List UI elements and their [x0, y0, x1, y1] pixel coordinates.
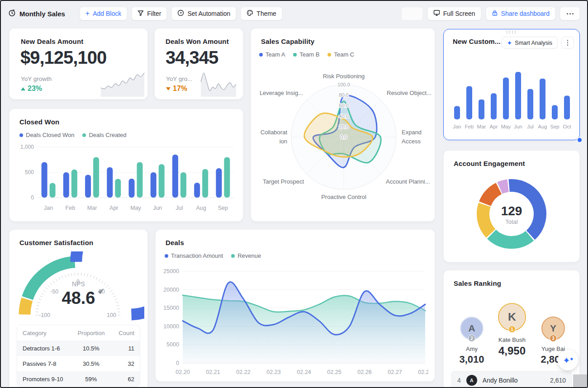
svg-text:02.24: 02.24 [297, 369, 311, 375]
card-deals-won[interactable]: Deals Won Amount 34,345 YoY gro... 17% [154, 28, 243, 99]
svg-text:80.0: 80.0 [339, 92, 348, 98]
clock-icon [8, 9, 16, 19]
bar [129, 179, 135, 198]
card-sales-capability[interactable]: Sales Capability Team ATeam BTeam C 0.02… [251, 28, 435, 222]
trend-down-icon [166, 87, 171, 90]
table-row[interactable]: Detractors 1-610.5%11 [17, 341, 140, 356]
svg-text:100: 100 [107, 312, 116, 318]
svg-text:Leverage Insig...: Leverage Insig... [260, 90, 303, 96]
bar [552, 105, 558, 120]
drag-handle-icon[interactable] [507, 31, 517, 33]
set-automation-button[interactable]: Set Automation [171, 7, 236, 20]
bar [194, 183, 200, 198]
svg-text:02.20: 02.20 [175, 369, 190, 375]
card-account-engagement[interactable]: Account Engagement 129 Total [443, 150, 580, 262]
bar [151, 172, 156, 198]
svg-text:-100: -100 [39, 312, 50, 318]
svg-text:Jul: Jul [527, 124, 534, 129]
donut-total-label: Total [444, 218, 579, 225]
ranking-list-row[interactable]: 4 A Andy Bonillo 2,610 [451, 371, 572, 388]
kpi-delta: 23% [21, 85, 42, 93]
svg-text:May: May [501, 124, 511, 129]
bar [202, 169, 208, 198]
bar [50, 183, 56, 198]
svg-text:Collaborat: Collaborat [261, 129, 288, 136]
svg-text:Mar: Mar [87, 205, 97, 211]
legend-dot [231, 254, 235, 258]
kpi-value: 34,345 [166, 47, 218, 68]
dashboard-title: Monthly Sales [19, 10, 65, 18]
svg-text:Oct: Oct [563, 124, 572, 129]
toolbar-blank-button[interactable] [401, 7, 423, 20]
card-menu-button[interactable] [561, 37, 574, 49]
svg-text:02.28: 02.28 [418, 369, 428, 375]
legend-dot [82, 133, 86, 137]
legend-item[interactable]: Deals Closed Won [19, 132, 74, 138]
svg-text:40.0: 40.0 [339, 114, 348, 119]
bar [71, 170, 77, 198]
svg-text:500: 500 [25, 169, 34, 175]
card-title: New Custom... [453, 38, 501, 45]
card-new-customers[interactable]: New Custom... ✦ Smart Analysis JanFebMar… [443, 29, 580, 140]
theme-button[interactable]: Theme [241, 7, 282, 20]
bar [491, 93, 497, 119]
svg-text:0: 0 [31, 194, 34, 201]
ranking-person[interactable]: K 1 Kate Bush 4,950 [492, 303, 532, 357]
scroll-corner [573, 374, 588, 388]
svg-text:15000: 15000 [163, 305, 179, 311]
card-title: Deals [166, 239, 184, 246]
legend-item[interactable]: Transaction Amount [165, 252, 223, 259]
card-closed-won[interactable]: Closed Won Deals Closed WonDeals Created… [9, 109, 243, 222]
table-row[interactable]: Passives 7-830.5%32 [17, 356, 140, 371]
filter-icon [138, 10, 144, 18]
card-new-deals[interactable]: New Deals Amount $9,125,100 YoY growth 2… [9, 28, 148, 99]
gauge-value: 48.6 [9, 289, 147, 308]
svg-text:5000: 5000 [166, 341, 179, 348]
card-deals[interactable]: Deals Transaction AmountRevenue 05000100… [155, 229, 435, 382]
bar [479, 99, 484, 119]
legend-label: Deals Created [89, 132, 126, 138]
more-icon [567, 13, 574, 14]
svg-text:0: 0 [176, 360, 179, 366]
share-dashboard-button[interactable]: Share dashboard [486, 7, 555, 20]
svg-text:Aug: Aug [538, 124, 547, 129]
svg-text:02.26: 02.26 [357, 369, 371, 375]
bar [527, 89, 533, 119]
bar [85, 175, 91, 198]
filter-button[interactable]: Filter [132, 7, 167, 20]
gauge-chart: -100-50050100 [13, 251, 144, 325]
resize-handle[interactable] [577, 137, 583, 143]
smart-analysis-button[interactable]: ✦ Smart Analysis [502, 37, 558, 49]
ai-sparkle-icon: ✦◆ [563, 355, 573, 366]
legend-label: Deals Closed Won [26, 132, 74, 138]
svg-text:60.0: 60.0 [339, 103, 348, 108]
svg-text:Sep: Sep [550, 124, 559, 129]
add-block-button[interactable]: + Add Block [80, 7, 127, 20]
satisfaction-table: CategoryProportionCount Detractors 1-610… [17, 325, 140, 387]
ai-assistant-button[interactable]: ✦◆ [558, 350, 578, 370]
card-sales-ranking[interactable]: Sales Ranking A 2 Amy 3,010 K 1 Kate Bus… [443, 270, 580, 388]
card-title: New Deals Amount [21, 38, 84, 45]
svg-text:ion: ion [280, 138, 287, 145]
bar [115, 179, 121, 198]
grouped-bar-chart: 1,0005000JanFebMarAprMayJunJulAugSep [17, 143, 237, 216]
more-button[interactable] [560, 7, 580, 20]
table-row[interactable]: Promoters 9-1059%62 [17, 371, 140, 387]
legend-item[interactable]: Deals Created [82, 132, 126, 138]
person-value: 4,950 [492, 345, 532, 357]
svg-text:20000: 20000 [163, 287, 179, 293]
svg-text:Jan: Jan [453, 124, 461, 129]
legend-item[interactable]: Revenue [231, 252, 261, 259]
svg-text:Aug: Aug [196, 205, 206, 211]
bar [107, 167, 113, 198]
svg-text:25000: 25000 [163, 268, 179, 274]
card-customer-satisfaction[interactable]: Customer Satisfaction -100-50050100 NPS … [9, 229, 148, 388]
automation-icon [177, 9, 184, 18]
dashboard-screen: Monthly Sales + Add Block Filter Set Aut… [0, 0, 588, 388]
svg-text:02.25: 02.25 [327, 369, 341, 375]
bar [466, 86, 472, 120]
card-title: Customer Satisfaction [19, 239, 93, 246]
ranking-person[interactable]: A 2 Amy 3,010 [454, 317, 490, 365]
legend: Deals Closed WonDeals Created [19, 132, 127, 138]
full-screen-button[interactable]: Full Screen [427, 7, 481, 20]
